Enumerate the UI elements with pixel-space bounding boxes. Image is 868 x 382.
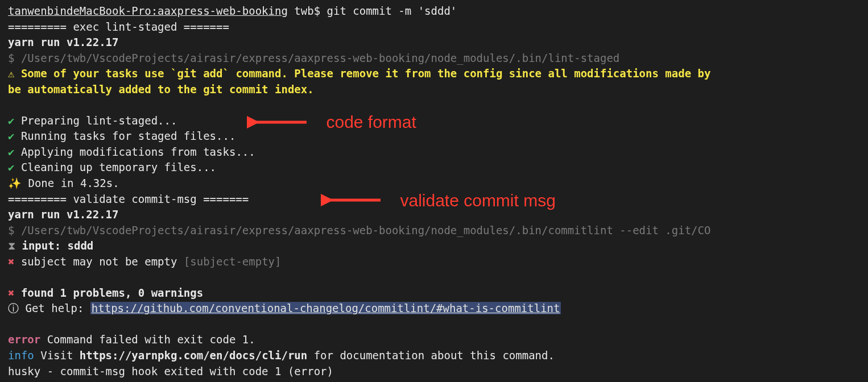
arrow-icon	[247, 111, 309, 134]
check-icon: ✔	[8, 161, 14, 173]
dollar-sign: $	[8, 52, 21, 64]
dollar-sign: $	[8, 224, 21, 236]
task-text-3: Applying modifications from tasks...	[14, 146, 255, 158]
arrow-icon	[321, 189, 383, 211]
info-url: https://yarnpkg.com/en/docs/cli/run	[80, 349, 307, 362]
lint-path: /Users/twb/VscodeProjects/airasir/expres…	[21, 52, 619, 64]
done-text: Done in 4.32s.	[22, 177, 119, 189]
lint-staged-path-line: $ /Users/twb/VscodeProjects/airasir/expr…	[8, 51, 860, 67]
input-label: input:	[15, 239, 68, 252]
yarn-run-line-1: yarn run v1.22.17	[8, 35, 860, 51]
git-add-warning-line-1: ⚠ Some of your tasks use `git add` comma…	[8, 66, 860, 82]
warning-icon: ⚠	[8, 67, 14, 80]
annotation-text-2: validate commit msg	[400, 188, 555, 213]
blank-line	[8, 269, 860, 285]
commitlint-input-line: ⧗ input: sddd	[8, 238, 860, 254]
lint-section-header: ========= exec lint-staged =======	[8, 19, 860, 35]
task-line-applying: ✔ Applying modifications from tasks...	[8, 144, 860, 160]
commitlint-summary-line: ✖ found 1 problems, 0 warnings	[8, 285, 860, 301]
annotation-text-1: code format	[326, 110, 416, 135]
input-icon: ⧗	[8, 239, 15, 252]
validate-header-text: ========= validate commit-msg =======	[8, 193, 249, 205]
info-msg-1: Visit	[34, 349, 80, 362]
info-icon: ⓘ	[8, 302, 19, 314]
error-word: error	[8, 333, 40, 346]
task-text-2: Running tasks for staged files...	[14, 130, 235, 142]
warning-text-1: Some of your tasks use `git add` command…	[14, 67, 710, 80]
error-icon: ✖	[8, 255, 14, 268]
error-msg: subject may not be empty	[14, 255, 183, 268]
error-rule: [subject-empty]	[184, 255, 282, 268]
commitlint-path: /Users/twb/VscodeProjects/airasir/expres…	[21, 224, 711, 236]
help-label: Get help:	[19, 302, 90, 314]
task-text-1: Preparing lint-staged...	[14, 114, 177, 127]
check-icon: ✔	[8, 130, 14, 142]
check-icon: ✔	[8, 146, 14, 158]
check-icon: ✔	[8, 114, 14, 127]
yarn-error-line: error Command failed with exit code 1.	[8, 332, 860, 348]
task-line-running: ✔ Running tasks for staged files...	[8, 128, 860, 144]
help-link[interactable]: https://github.com/conventional-changelo…	[90, 302, 561, 314]
blank-line	[8, 97, 860, 113]
annotation-code-format: code format	[247, 110, 416, 135]
prompt-host: tanwenbindeMacBook-Pro:aaxpress-web-book…	[8, 5, 288, 17]
husky-line: husky - commit-msg hook exited with code…	[8, 364, 860, 380]
info-word: info	[8, 349, 34, 362]
blank-line	[8, 317, 860, 333]
git-add-warning-line-2: be automatically added to the git commit…	[8, 82, 860, 98]
validate-section-header: ========= validate commit-msg ======= va…	[8, 192, 860, 207]
commitlint-path-line: $ /Users/twb/VscodeProjects/airasir/expr…	[8, 223, 860, 239]
prompt-command: git commit -m 'sddd'	[327, 5, 457, 17]
task-line-preparing: ✔ Preparing lint-staged... code format	[8, 113, 860, 129]
error-tail-msg: Command failed with exit code 1.	[40, 333, 255, 346]
info-msg-2: for documentation about this command.	[307, 349, 555, 362]
prompt-line: tanwenbindeMacBook-Pro:aaxpress-web-book…	[8, 3, 860, 19]
summary-text: found 1 problems, 0 warnings	[14, 286, 203, 299]
annotation-validate-msg: validate commit msg	[321, 188, 556, 213]
task-line-cleaning: ✔ Cleaning up temporary files...	[8, 160, 860, 176]
sparkle-icon: ✨	[8, 177, 22, 189]
error-icon: ✖	[8, 286, 14, 299]
commitlint-help-line: ⓘ Get help: https://github.com/conventio…	[8, 301, 860, 317]
yarn-info-line: info Visit https://yarnpkg.com/en/docs/c…	[8, 348, 860, 364]
prompt-user: twb$	[288, 5, 327, 17]
input-value: sddd	[68, 239, 94, 252]
commitlint-error-line: ✖ subject may not be empty [subject-empt…	[8, 254, 860, 270]
task-text-4: Cleaning up temporary files...	[14, 161, 216, 173]
